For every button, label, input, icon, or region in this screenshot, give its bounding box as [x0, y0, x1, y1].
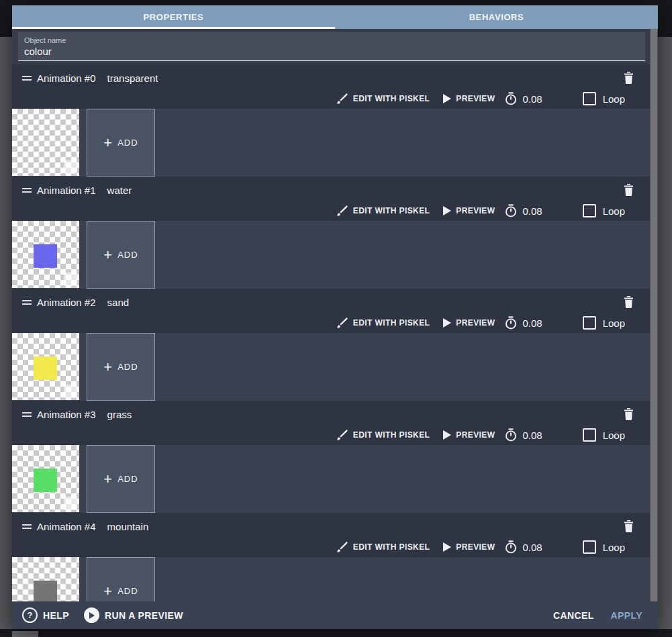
- drag-handle-icon[interactable]: [22, 412, 32, 417]
- preview-button[interactable]: PREVIEW: [443, 542, 495, 552]
- time-between-frames[interactable]: 0.08: [504, 204, 542, 217]
- play-icon: [443, 94, 451, 103]
- play-icon: [443, 430, 451, 440]
- add-frame-button[interactable]: + ADD: [87, 557, 155, 601]
- stopwatch-icon: [504, 540, 518, 554]
- brush-icon: [337, 317, 348, 329]
- frame-thumbnail[interactable]: [12, 333, 79, 400]
- animation-name-field[interactable]: sand: [107, 297, 130, 308]
- animation-name-field[interactable]: grass: [107, 409, 132, 420]
- brush-icon: [337, 542, 348, 553]
- trash-icon[interactable]: [624, 408, 634, 420]
- frame-thumbnail[interactable]: [12, 109, 79, 176]
- edit-with-piskel-button[interactable]: EDIT WITH PISKEL: [337, 542, 430, 553]
- object-name-input[interactable]: [24, 46, 628, 57]
- frame-color-swatch: [34, 356, 57, 380]
- loop-checkbox[interactable]: [583, 92, 596, 105]
- loop-checkbox[interactable]: [583, 428, 596, 442]
- tab-behaviors[interactable]: BEHAVIORS: [335, 5, 658, 29]
- animation-section: Animation #1 water EDIT WITH PISKEL: [12, 177, 650, 289]
- animation-section: Animation #3 grass EDIT WITH PISKEL: [12, 401, 650, 513]
- play-icon: [443, 318, 451, 328]
- animation-title: Animation #0: [37, 72, 96, 84]
- add-frame-button[interactable]: + ADD: [87, 109, 155, 177]
- thumbnail-corner-overlay: [64, 385, 77, 398]
- trash-icon[interactable]: [624, 296, 634, 308]
- frame-thumbnail[interactable]: [12, 557, 79, 601]
- preview-button[interactable]: PREVIEW: [443, 206, 495, 215]
- brush-icon: [337, 430, 348, 441]
- animation-name-field[interactable]: water: [107, 185, 132, 196]
- time-between-frames[interactable]: 0.08: [504, 540, 542, 554]
- time-between-frames[interactable]: 0.08: [504, 92, 542, 105]
- animation-title: Animation #2: [37, 297, 96, 308]
- frame-color-swatch: [34, 469, 57, 492]
- frame-thumbnail[interactable]: [12, 221, 79, 288]
- frame-color-swatch: [34, 581, 57, 601]
- frames-strip: + ADD: [12, 109, 650, 177]
- animation-name-field[interactable]: mountain: [107, 521, 149, 532]
- dialog-body: Object name Animation #0 transparent: [12, 29, 650, 601]
- editor-background-chip: [12, 631, 38, 637]
- brush-icon: [337, 205, 348, 217]
- object-name-field[interactable]: Object name: [18, 32, 645, 61]
- help-button[interactable]: ? HELP: [22, 607, 69, 623]
- edit-with-piskel-button[interactable]: EDIT WITH PISKEL: [337, 93, 430, 105]
- vertical-scrollbar[interactable]: [650, 29, 658, 601]
- animation-header: Animation #2 sand EDIT WITH PISKEL: [12, 289, 650, 333]
- animation-header: Animation #0 transparent EDIT WITH PISKE…: [12, 64, 650, 109]
- object-editor-dialog: PROPERTIES BEHAVIORS Object name Animati…: [12, 5, 658, 629]
- brush-icon: [337, 93, 348, 105]
- animation-title: Animation #4: [37, 521, 96, 532]
- animation-section: Animation #0 transparent EDIT WITH PISKE…: [12, 64, 650, 177]
- tab-properties[interactable]: PROPERTIES: [12, 5, 335, 29]
- time-between-frames[interactable]: 0.08: [504, 428, 542, 442]
- loop-label: Loop: [603, 205, 625, 217]
- drag-handle-icon[interactable]: [22, 76, 32, 81]
- loop-label: Loop: [603, 93, 625, 105]
- dialog-footer: ? HELP RUN A PREVIEW CANCEL APPLY: [12, 601, 658, 629]
- preview-button[interactable]: PREVIEW: [443, 94, 495, 103]
- edit-with-piskel-button[interactable]: EDIT WITH PISKEL: [337, 205, 430, 217]
- preview-button[interactable]: PREVIEW: [443, 430, 495, 440]
- editor-background-left: [0, 37, 12, 637]
- preview-button[interactable]: PREVIEW: [443, 318, 495, 328]
- loop-label: Loop: [603, 542, 625, 553]
- trash-icon[interactable]: [624, 184, 634, 196]
- edit-with-piskel-button[interactable]: EDIT WITH PISKEL: [337, 317, 430, 329]
- thumbnail-corner-overlay: [64, 273, 77, 286]
- object-name-label: Object name: [18, 32, 645, 44]
- frame-thumbnail[interactable]: [12, 445, 79, 512]
- drag-handle-icon[interactable]: [22, 524, 32, 529]
- run-preview-icon: [84, 607, 99, 623]
- loop-label: Loop: [603, 430, 625, 441]
- animation-name-field[interactable]: transparent: [107, 72, 158, 84]
- animation-title: Animation #1: [37, 185, 96, 196]
- add-frame-button[interactable]: + ADD: [87, 445, 155, 513]
- stopwatch-icon: [504, 204, 518, 217]
- loop-checkbox[interactable]: [583, 540, 596, 554]
- animations-list: Animation #0 transparent EDIT WITH PISKE…: [12, 64, 650, 601]
- animation-section: Animation #4 mountain EDIT WITH PISKEL: [12, 513, 650, 601]
- thumbnail-corner-overlay: [64, 160, 77, 174]
- edit-with-piskel-button[interactable]: EDIT WITH PISKEL: [337, 430, 430, 441]
- editor-background-bottom: [0, 629, 672, 637]
- apply-button[interactable]: APPLY: [611, 610, 642, 621]
- loop-checkbox[interactable]: [583, 316, 596, 330]
- drag-handle-icon[interactable]: [22, 300, 32, 305]
- screen: PROPERTIES BEHAVIORS Object name Animati…: [0, 0, 672, 637]
- cancel-button[interactable]: CANCEL: [553, 610, 594, 621]
- run-a-preview-button[interactable]: RUN A PREVIEW: [84, 607, 183, 623]
- frames-strip: + ADD: [12, 221, 650, 289]
- scrollbar-thumb[interactable]: [651, 29, 657, 601]
- add-frame-button[interactable]: + ADD: [87, 333, 155, 401]
- time-between-frames[interactable]: 0.08: [504, 316, 542, 330]
- loop-checkbox[interactable]: [583, 204, 596, 217]
- drag-handle-icon[interactable]: [22, 188, 32, 193]
- trash-icon[interactable]: [624, 520, 634, 532]
- trash-icon[interactable]: [624, 72, 634, 84]
- stopwatch-icon: [504, 428, 518, 442]
- frames-strip: + ADD: [12, 445, 650, 513]
- add-frame-button[interactable]: + ADD: [87, 221, 155, 289]
- stopwatch-icon: [504, 92, 518, 105]
